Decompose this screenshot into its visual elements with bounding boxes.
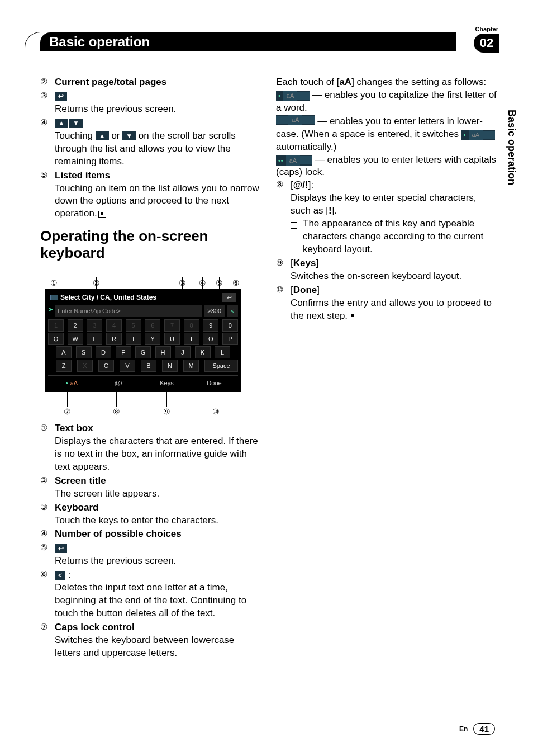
item-title: Text box (55, 423, 93, 433)
callout: ⑦ (64, 407, 71, 417)
key[interactable]: N (162, 360, 178, 372)
back-icon: ↩ (55, 544, 67, 553)
keyboard-caps-button[interactable]: •aA (48, 378, 96, 389)
key[interactable]: Y (145, 333, 160, 345)
key[interactable]: R (106, 333, 122, 345)
callout: ⑨ (163, 407, 170, 417)
key[interactable]: J (175, 346, 191, 358)
key[interactable]: P (222, 333, 238, 345)
item-number: ④ (40, 117, 55, 168)
caps-lock-icon: ••aA (276, 155, 312, 166)
key[interactable]: I (184, 333, 199, 345)
item-number: ① (40, 422, 55, 474)
list-item: ⑨ [Keys] Switches the on-screen keyboard… (276, 257, 498, 283)
page-footer: En 41 (459, 723, 495, 735)
key[interactable]: 3 (87, 319, 102, 332)
key[interactable]: L (215, 346, 230, 358)
caps-first-icon: •aA (276, 91, 310, 101)
section-heading: Operating the on-screen keyboard (40, 228, 263, 262)
input-arrow-icon: ➤ (48, 305, 53, 317)
end-section-icon (98, 211, 106, 218)
item-desc: Returns the previous screen. (55, 103, 263, 116)
key[interactable]: 7 (164, 319, 180, 332)
right-column: Each touch of [aA] changes the setting a… (276, 76, 498, 661)
scroll-up-icon: ▲ (96, 131, 109, 140)
item-note: The appearance of this key and typeable … (291, 218, 498, 256)
item-desc: Deletes the input text one letter at a t… (55, 582, 263, 620)
caps-option: •aA — enables you to capitalize the firs… (276, 89, 498, 115)
item-desc: Displays the characters that are entered… (55, 435, 263, 474)
list-item: ③ KeyboardTouch the keys to enter the ch… (40, 502, 263, 527)
list-item: ① Text boxDisplays the characters that a… (40, 422, 263, 474)
footer-lang: En (459, 725, 468, 733)
footer-page-number: 41 (473, 723, 495, 735)
caps-first-icon: •aA (461, 130, 495, 140)
key[interactable]: 0 (222, 319, 238, 332)
item-title: Listed items (55, 170, 110, 181)
item-desc: The screen title appears. (55, 488, 263, 500)
header-title: Basic operation (40, 32, 456, 51)
key[interactable]: 2 (68, 319, 83, 332)
key[interactable]: F (116, 346, 131, 358)
flag-icon (50, 295, 58, 300)
key[interactable]: T (126, 333, 141, 345)
item-title: Current page/total pages (55, 77, 166, 87)
delete-icon: < (55, 571, 65, 580)
key[interactable]: W (68, 333, 83, 345)
key[interactable]: D (96, 346, 111, 358)
back-icon: ↩ (55, 92, 67, 101)
page-header: Basic operation Chapter 02 (40, 26, 499, 50)
item-label: [Done] (291, 284, 498, 297)
key[interactable]: Z (56, 360, 72, 372)
item-desc: Touching ▲ or ▼ on the scroll bar scroll… (55, 130, 263, 168)
keyboard-keys-button[interactable]: Keys (143, 378, 191, 389)
keyboard-symbols-button[interactable]: @/! (96, 378, 143, 389)
key[interactable]: 6 (145, 319, 160, 332)
scroll-up-icon: ▲ (55, 119, 68, 127)
key[interactable]: 1 (48, 319, 64, 332)
item-desc: Returns the previous screen. (55, 555, 263, 568)
key[interactable]: S (76, 346, 92, 358)
key[interactable]: X (77, 360, 93, 372)
key[interactable]: 4 (106, 319, 122, 332)
item-title: Keyboard (55, 502, 98, 513)
key[interactable]: B (141, 360, 156, 372)
key[interactable]: A (56, 346, 72, 358)
key[interactable]: V (120, 360, 135, 372)
key[interactable]: Q (48, 333, 64, 345)
keyboard-back-icon[interactable]: ↩ (222, 293, 236, 302)
item-number: ④ (40, 528, 55, 541)
item-number: ② (40, 76, 55, 89)
keyboard-delete-icon[interactable]: < (227, 305, 238, 317)
list-item: ⑥ < :Deletes the input text one letter a… (40, 569, 263, 620)
key[interactable]: E (87, 333, 102, 345)
key[interactable]: U (164, 333, 180, 345)
key[interactable]: 5 (126, 319, 141, 332)
key[interactable]: M (183, 360, 199, 372)
item-number: ⑥ (40, 569, 55, 620)
keyboard-key-area: 1 2 3 4 5 6 7 8 9 0 Q (48, 319, 238, 372)
keyboard-screen: Select City / CA, United States ↩ ➤ Ente… (45, 289, 241, 392)
keyboard-count: >300 (204, 305, 225, 317)
left-column: ② Current page/total pages ③ ↩ Returns t… (40, 76, 263, 661)
note-bullet-icon (291, 222, 297, 229)
item-label: [@/!]: (291, 179, 498, 192)
caps-lower-icon: aA (276, 115, 315, 125)
key[interactable]: G (135, 346, 151, 358)
key[interactable]: H (155, 346, 171, 358)
key[interactable]: K (195, 346, 211, 358)
chapter-number: 02 (474, 34, 499, 53)
item-number: ⑧ (276, 179, 291, 256)
callouts-bottom: ⑦ ⑧ ⑨ ⑩ (45, 392, 241, 418)
key[interactable]: 8 (184, 319, 199, 332)
key[interactable]: C (98, 360, 114, 372)
key[interactable]: 9 (203, 319, 218, 332)
key[interactable]: O (203, 333, 218, 345)
key-space[interactable]: Space (204, 360, 238, 372)
caps-option: aA — enables you to enter letters in low… (276, 115, 498, 154)
item-desc: Touch the keys to enter the characters. (55, 514, 263, 527)
keyboard-input[interactable]: Enter Name/Zip Code> (55, 305, 202, 317)
keyboard-done-button[interactable]: Done (191, 378, 238, 389)
keyboard-figure: ① ② ③ ④ ⑤ ⑥ Select City / CA, (45, 266, 241, 418)
scroll-down-icon: ▼ (122, 131, 136, 140)
